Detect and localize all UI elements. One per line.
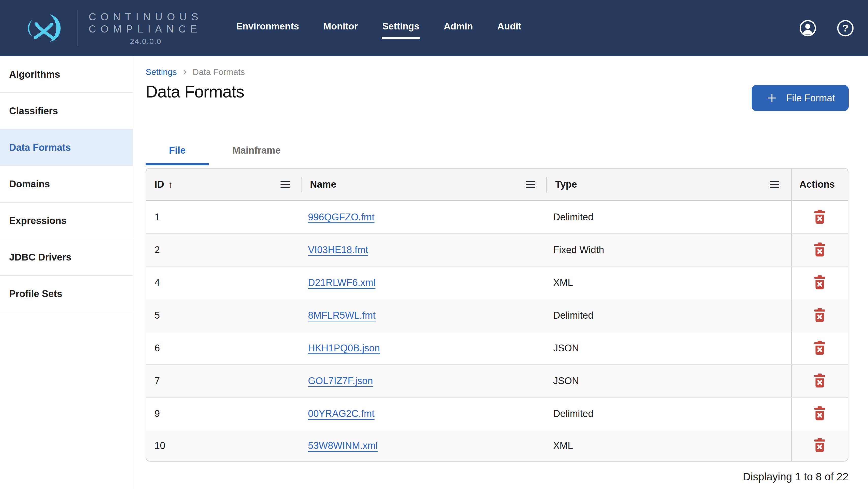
nav-item-audit[interactable]: Audit [497, 18, 522, 39]
column-label-actions: Actions [799, 179, 835, 190]
sidebar-item-profile-sets[interactable]: Profile Sets [0, 276, 133, 312]
format-name-link[interactable]: 996QGFZO.fmt [308, 212, 375, 223]
format-name-link[interactable]: HKH1PQ0B.json [308, 343, 380, 354]
brand-text: CONTINUOUS COMPLIANCE 24.0.0.0 [89, 11, 203, 46]
data-formats-table: ID ↑ Name Type Actions 1 996QGFZO.fmt De… [146, 168, 848, 462]
cell-type: Delimited [547, 201, 791, 233]
page-header: Data Formats File Format [146, 77, 849, 111]
table-row: 9 00YRAG2C.fmt Delimited [146, 398, 848, 430]
delete-trash-icon[interactable] [812, 275, 827, 291]
format-name-link[interactable]: 8MFLR5WL.fmt [308, 310, 376, 321]
brand-divider [77, 10, 78, 46]
format-tabs: File Mainframe [146, 138, 849, 165]
sidebar-item-domains[interactable]: Domains [0, 166, 133, 203]
column-menu-icon[interactable] [526, 181, 535, 188]
sidebar-item-expressions[interactable]: Expressions [0, 203, 133, 239]
add-file-format-button[interactable]: File Format [752, 85, 849, 111]
column-header-actions: Actions [791, 169, 848, 200]
format-name-link[interactable]: D21RLWF6.xml [308, 277, 375, 288]
user-avatar-icon[interactable] [799, 19, 817, 37]
table-row: 7 GOL7IZ7F.json JSON [146, 365, 848, 398]
format-name-link[interactable]: GOL7IZ7F.json [308, 376, 373, 386]
cell-type: XML [547, 267, 791, 299]
cell-type: JSON [547, 332, 791, 364]
tab-file[interactable]: File [146, 138, 209, 165]
brand-line-1: CONTINUOUS [89, 11, 203, 23]
cell-type: Fixed Width [547, 234, 791, 266]
delete-trash-icon[interactable] [812, 373, 827, 389]
column-label-type: Type [555, 179, 577, 190]
format-name-link[interactable]: VI03HE18.fmt [308, 244, 368, 255]
table-row: 5 8MFLR5WL.fmt Delimited [146, 299, 848, 332]
plus-icon [765, 91, 779, 105]
main-content: Settings Data Formats Data Formats File … [133, 56, 868, 489]
cell-id: 5 [146, 299, 302, 332]
navbar-right: ? [799, 19, 854, 37]
column-header-type[interactable]: Type [547, 169, 791, 200]
table-row: 10 53W8WINM.xml XML [146, 430, 848, 461]
delete-trash-icon[interactable] [812, 406, 827, 422]
table-row: 1 996QGFZO.fmt Delimited [146, 201, 848, 234]
table-row: 2 VI03HE18.fmt Fixed Width [146, 234, 848, 267]
delete-trash-icon[interactable] [812, 242, 827, 258]
primary-nav: Environments Monitor Settings Admin Audi… [236, 18, 522, 39]
sidebar-item-classifiers[interactable]: Classifiers [0, 93, 133, 129]
delphix-x-logo-icon [17, 11, 67, 45]
column-label-id: ID [154, 179, 164, 190]
column-header-id[interactable]: ID ↑ [146, 169, 302, 200]
breadcrumb-current: Data Formats [193, 67, 245, 77]
table-row: 6 HKH1PQ0B.json JSON [146, 332, 848, 365]
nav-item-environments[interactable]: Environments [236, 18, 300, 39]
delete-trash-icon[interactable] [812, 209, 827, 225]
app-logo[interactable]: CONTINUOUS COMPLIANCE 24.0.0.0 [17, 10, 203, 46]
add-button-label: File Format [786, 93, 835, 104]
column-label-name: Name [310, 179, 336, 190]
sidebar-item-algorithms[interactable]: Algorithms [0, 56, 133, 93]
sort-asc-icon[interactable]: ↑ [168, 179, 173, 190]
column-menu-icon[interactable] [770, 181, 779, 188]
nav-item-settings[interactable]: Settings [382, 18, 420, 39]
chevron-right-icon [180, 68, 189, 76]
cell-id: 9 [146, 398, 302, 430]
cell-type: Delimited [547, 299, 791, 332]
top-navbar: CONTINUOUS COMPLIANCE 24.0.0.0 Environme… [0, 0, 868, 56]
format-name-link[interactable]: 53W8WINM.xml [308, 440, 378, 451]
cell-id: 10 [146, 430, 302, 461]
cell-type: Delimited [547, 398, 791, 430]
breadcrumb: Settings Data Formats [146, 67, 849, 77]
table-body: 1 996QGFZO.fmt Delimited 2 VI03HE18.fmt … [146, 201, 848, 461]
delete-trash-icon[interactable] [812, 340, 827, 356]
app-version: 24.0.0.0 [89, 37, 203, 46]
delete-trash-icon[interactable] [812, 437, 827, 454]
cell-id: 2 [146, 234, 302, 266]
table-row: 4 D21RLWF6.xml XML [146, 267, 848, 299]
cell-id: 7 [146, 365, 302, 397]
cell-id: 1 [146, 201, 302, 233]
tab-mainframe[interactable]: Mainframe [209, 138, 304, 165]
sidebar-item-jdbc-drivers[interactable]: JDBC Drivers [0, 239, 133, 276]
sidebar-item-data-formats[interactable]: Data Formats [0, 129, 133, 166]
nav-item-monitor[interactable]: Monitor [323, 18, 359, 39]
nav-item-admin[interactable]: Admin [443, 18, 473, 39]
settings-sidebar: Algorithms Classifiers Data Formats Doma… [0, 56, 133, 489]
delete-trash-icon[interactable] [812, 307, 827, 324]
format-name-link[interactable]: 00YRAG2C.fmt [308, 408, 375, 419]
column-header-name[interactable]: Name [302, 169, 547, 200]
cell-type: XML [547, 430, 791, 461]
breadcrumb-settings-link[interactable]: Settings [146, 67, 177, 77]
cell-id: 4 [146, 267, 302, 299]
pagination-status: Displaying 1 to 8 of 22 [146, 471, 848, 483]
help-icon[interactable]: ? [836, 19, 854, 37]
column-menu-icon[interactable] [281, 181, 290, 188]
page-title: Data Formats [146, 82, 244, 101]
cell-id: 6 [146, 332, 302, 364]
cell-type: JSON [547, 365, 791, 397]
svg-text:?: ? [842, 22, 848, 34]
table-header-row: ID ↑ Name Type Actions [146, 169, 848, 201]
brand-line-2: COMPLIANCE [89, 23, 203, 35]
